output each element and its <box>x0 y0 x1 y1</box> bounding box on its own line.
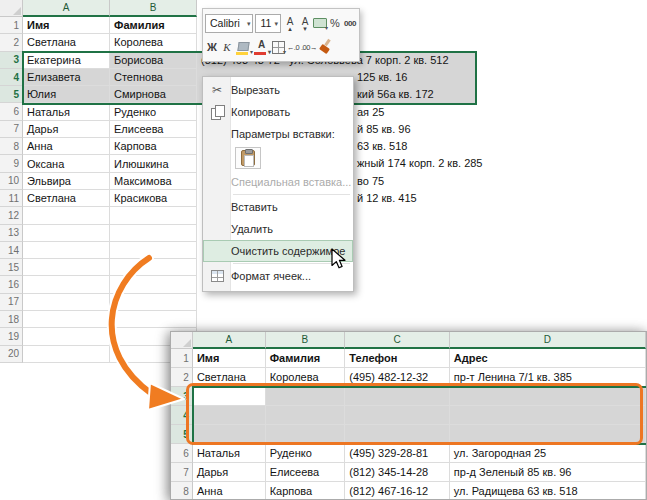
column-header-D[interactable]: D <box>450 332 646 349</box>
menu-item-format-cells[interactable]: Формат ячеек... <box>203 265 353 287</box>
row-header-2[interactable]: 2 <box>171 368 193 387</box>
cell-B6[interactable]: Руденко <box>110 103 197 120</box>
cell-A4[interactable]: Елизавета <box>23 69 110 86</box>
cell-D7[interactable]: пр-д Зеленый 85 кв. 96 <box>450 463 646 482</box>
row-header-1[interactable]: 1 <box>171 349 193 368</box>
column-header-B[interactable]: B <box>266 332 346 349</box>
row-header-10[interactable]: 10 <box>0 173 23 190</box>
column-header-B[interactable]: B <box>110 0 197 17</box>
cell-A4[interactable] <box>193 406 266 425</box>
row-header-18[interactable]: 18 <box>0 311 23 328</box>
increase-decimal-icon[interactable]: ←.0 <box>286 37 300 57</box>
font-size-combo[interactable]: 11 ▾ <box>255 14 281 33</box>
cell-C4[interactable] <box>345 406 450 425</box>
cell-B13[interactable] <box>110 225 197 242</box>
cell-B10[interactable]: Максимова <box>110 173 197 190</box>
cell-B3[interactable] <box>266 387 346 406</box>
row-header-16[interactable]: 16 <box>0 276 23 293</box>
cell-B7[interactable]: Елисеева <box>110 121 197 138</box>
row-header-5[interactable]: 5 <box>0 86 23 103</box>
cell-B8[interactable]: Карпова <box>110 138 197 155</box>
row-header-7[interactable]: 7 <box>0 121 23 138</box>
cell-D1[interactable]: Адрес <box>450 349 646 368</box>
row-header-11[interactable]: 11 <box>0 190 23 207</box>
cell-D2[interactable]: пр-т Ленина 7/1 кв. 385 <box>450 368 646 387</box>
cell-A20[interactable] <box>23 346 110 363</box>
format-painter-icon[interactable] <box>318 37 333 57</box>
cell-D3[interactable] <box>450 387 646 406</box>
cell-B1[interactable]: Фамилия <box>110 17 197 34</box>
column-header-A[interactable]: A <box>193 332 266 349</box>
row-header-9[interactable]: 9 <box>0 155 23 172</box>
cell-B7[interactable]: Елисеева <box>266 463 346 482</box>
row-header-13[interactable]: 13 <box>0 225 23 242</box>
row-header-5[interactable]: 5 <box>171 425 193 444</box>
cell-A10[interactable]: Эльвира <box>23 173 110 190</box>
cell-C7[interactable]: (812) 345-14-28 <box>345 463 450 482</box>
cell-A3[interactable]: Екатерина <box>23 52 110 69</box>
cell-A7[interactable]: Дарья <box>193 463 266 482</box>
row-header-19[interactable]: 19 <box>0 328 23 345</box>
cell-A16[interactable] <box>23 276 110 293</box>
cell-D4[interactable] <box>450 406 646 425</box>
font-name-combo[interactable]: Calibri ▾ <box>205 14 253 33</box>
cell-C2[interactable]: (495) 482-12-32 <box>345 368 450 387</box>
cell-B14[interactable] <box>110 242 197 259</box>
cell-A3[interactable] <box>193 387 266 406</box>
menu-item-cut[interactable]: ✂Вырезать <box>203 79 353 101</box>
cell-A9[interactable]: Оксана <box>23 155 110 172</box>
cell-A17[interactable] <box>23 294 110 311</box>
cell-B11[interactable]: Красикова <box>110 190 197 207</box>
column-header-A[interactable]: A <box>23 0 110 17</box>
comma-style-icon[interactable]: 000 <box>343 13 357 33</box>
cell-B18[interactable] <box>110 311 197 328</box>
row-header-12[interactable]: 12 <box>0 207 23 224</box>
font-color-icon[interactable]: А▾ <box>253 37 270 57</box>
menu-item-paste-special[interactable]: Специальная вставка... <box>203 171 353 193</box>
row-header-4[interactable]: 4 <box>171 406 193 425</box>
cell-B2[interactable]: Королева <box>110 34 197 51</box>
cell-C8[interactable]: (812) 467-16-12 <box>345 482 450 500</box>
cell-A5[interactable]: Юлия <box>23 86 110 103</box>
cell-A7[interactable]: Дарья <box>23 121 110 138</box>
cell-A1[interactable]: Имя <box>193 349 266 368</box>
cell-D6[interactable]: ул. Загородная 25 <box>450 444 646 463</box>
menu-item-delete[interactable]: Удалить <box>203 218 353 240</box>
menu-item-clear-contents[interactable]: Очистить содержимое <box>203 240 353 262</box>
cell-A12[interactable] <box>23 207 110 224</box>
row-header-6[interactable]: 6 <box>0 103 23 120</box>
row-header-1[interactable]: 1 <box>0 17 23 34</box>
cell-B5[interactable]: Смирнова <box>110 86 197 103</box>
cell-B6[interactable]: Руденко <box>266 444 346 463</box>
fill-color-icon[interactable]: ▾ <box>235 37 252 57</box>
select-all-corner[interactable] <box>0 0 23 17</box>
cell-D5[interactable] <box>450 425 646 444</box>
menu-item-insert[interactable]: Вставить <box>203 196 353 218</box>
row-header-8[interactable]: 8 <box>171 482 193 500</box>
borders-icon[interactable]: ▾ <box>271 37 285 57</box>
italic-icon[interactable]: К <box>220 37 234 57</box>
cell-B9[interactable]: Илюшкина <box>110 155 197 172</box>
cell-A6[interactable]: Наталья <box>193 444 266 463</box>
select-all-corner[interactable] <box>171 332 193 349</box>
row-header-8[interactable]: 8 <box>0 138 23 155</box>
accounting-format-icon[interactable]: ▾ <box>313 13 327 33</box>
cell-A1[interactable]: Имя <box>23 17 110 34</box>
row-header-15[interactable]: 15 <box>0 259 23 276</box>
cell-B3[interactable]: Борисова <box>110 52 197 69</box>
cell-A19[interactable] <box>23 328 110 345</box>
cell-A5[interactable] <box>193 425 266 444</box>
row-header-7[interactable]: 7 <box>171 463 193 482</box>
row-header-3[interactable]: 3 <box>171 387 193 406</box>
cell-B15[interactable] <box>110 259 197 276</box>
row-header-6[interactable]: 6 <box>171 444 193 463</box>
cell-B16[interactable] <box>110 276 197 293</box>
row-header-17[interactable]: 17 <box>0 294 23 311</box>
paste-option-button[interactable] <box>235 147 261 169</box>
cell-A8[interactable]: Анна <box>193 482 266 500</box>
cell-C6[interactable]: (495) 329-28-81 <box>345 444 450 463</box>
cell-C3[interactable] <box>345 387 450 406</box>
grow-font-icon[interactable]: A▴ <box>283 13 297 33</box>
cell-A13[interactable] <box>23 225 110 242</box>
row-header-3[interactable]: 3 <box>0 52 23 69</box>
